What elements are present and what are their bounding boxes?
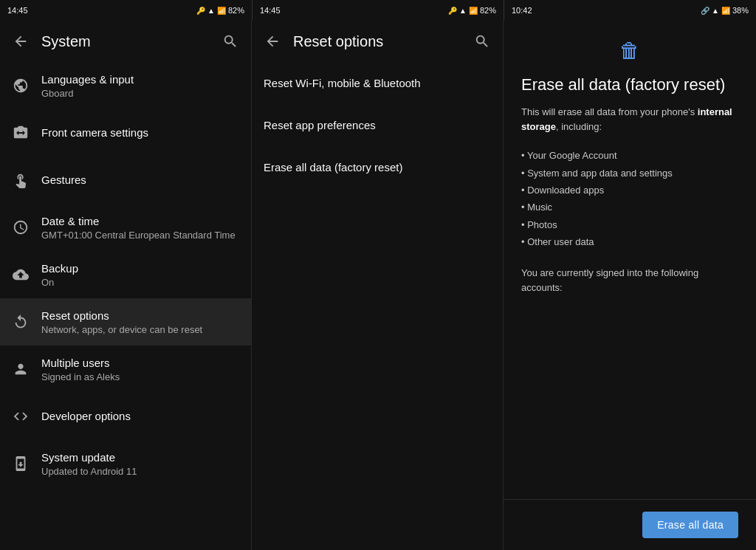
- wifi-icon-1: ▲: [207, 7, 215, 15]
- status-bar-2: 14:45 🔑 ▲ 📶 82%: [252, 0, 504, 21]
- time-3: 10:42: [512, 6, 532, 15]
- time-2: 14:45: [260, 6, 281, 15]
- main-panels: System Languages & input Gboard: [0, 21, 756, 550]
- status-icons-2: 🔑 ▲ 📶 82%: [448, 6, 496, 15]
- erase-list-item: • System and app data and settings: [521, 165, 738, 182]
- status-icons-1: 🔑 ▲ 📶 82%: [196, 6, 244, 15]
- left-panel-title: System: [41, 33, 210, 50]
- battery-3: 38%: [732, 6, 749, 15]
- reset-wifi-item[interactable]: Reset Wi-Fi, mobile & Bluetooth: [252, 62, 503, 104]
- left-panel: System Languages & input Gboard: [0, 21, 252, 550]
- languages-sublabel: Gboard: [41, 88, 239, 99]
- erase-list-item: • Music: [521, 199, 738, 216]
- erase-content: 🗑 Erase all data (factory reset) This wi…: [504, 21, 756, 499]
- erase-list-item: • Photos: [521, 216, 738, 233]
- erase-list-item: • Other user data: [521, 233, 738, 250]
- languages-label: Languages & input: [41, 72, 239, 87]
- settings-item-camera[interactable]: Front camera settings: [0, 109, 251, 157]
- code-icon: [12, 408, 30, 425]
- languages-text: Languages & input Gboard: [41, 72, 239, 100]
- right-panel: 🗑 Erase all data (factory reset) This wi…: [504, 21, 756, 550]
- battery-2: 82%: [480, 6, 496, 15]
- backup-icon: [12, 266, 30, 283]
- erase-list: • Your Google Account• System and app da…: [521, 147, 738, 250]
- description-suffix: , including:: [556, 121, 602, 132]
- settings-item-backup[interactable]: Backup On: [0, 251, 251, 298]
- key-icon-2: 🔑: [448, 7, 457, 15]
- erase-all-button[interactable]: Erase all data: [642, 512, 738, 538]
- search-button-left[interactable]: [216, 27, 245, 56]
- reset-app-item[interactable]: Reset app preferences: [252, 104, 503, 146]
- back-button-left[interactable]: [6, 27, 35, 56]
- backup-label: Backup: [41, 261, 239, 276]
- settings-item-reset[interactable]: Reset options Network, apps, or device c…: [0, 298, 251, 346]
- search-button-mid[interactable]: [467, 27, 497, 56]
- erase-list-item: • Downloaded apps: [521, 182, 738, 199]
- update-label: System update: [41, 450, 239, 465]
- mid-panel-title: Reset options: [293, 33, 461, 50]
- settings-item-update[interactable]: System update Updated to Android 11: [0, 440, 251, 487]
- settings-item-developer[interactable]: Developer options: [0, 393, 251, 440]
- battery-1: 82%: [228, 6, 244, 15]
- settings-list: Languages & input Gboard Front camera se…: [0, 62, 251, 550]
- user-icon: [12, 360, 30, 378]
- hand-icon: [12, 171, 30, 189]
- erase-title: Erase all data (factory reset): [521, 75, 738, 96]
- erase-list-item: • Your Google Account: [521, 147, 738, 164]
- status-icons-3: 🔗 ▲ 📶 38%: [701, 6, 749, 15]
- users-label: Multiple users: [41, 356, 239, 371]
- reset-app-label: Reset app preferences: [264, 119, 491, 131]
- gestures-text: Gestures: [41, 173, 239, 188]
- developer-label: Developer options: [41, 409, 239, 424]
- link-icon-3: 🔗: [701, 7, 709, 15]
- signed-in-text: You are currently signed into the follow…: [521, 266, 738, 297]
- description-prefix: This will erase all data from your phone…: [521, 106, 698, 117]
- camera-front-icon: [12, 124, 30, 142]
- reset-wifi-label: Reset Wi-Fi, mobile & Bluetooth: [264, 77, 491, 89]
- status-bar-1: 14:45 🔑 ▲ 📶 82%: [0, 0, 252, 21]
- camera-text: Front camera settings: [41, 126, 239, 140]
- datetime-sublabel: GMT+01:00 Central European Standard Time: [41, 230, 239, 241]
- settings-item-datetime[interactable]: Date & time GMT+01:00 Central European S…: [0, 204, 251, 251]
- status-bars: 14:45 🔑 ▲ 📶 82% 14:45 🔑 ▲ 📶 82% 10:42 🔗 …: [0, 0, 756, 21]
- clock-icon: [12, 219, 30, 236]
- factory-reset-item[interactable]: Erase all data (factory reset): [252, 146, 503, 188]
- back-button-mid[interactable]: [258, 27, 287, 56]
- signal-icon-2: 📶: [469, 7, 478, 15]
- settings-item-gestures[interactable]: Gestures: [0, 157, 251, 204]
- update-text: System update Updated to Android 11: [41, 450, 239, 478]
- backup-sublabel: On: [41, 277, 239, 288]
- mid-panel-header: Reset options: [252, 21, 503, 62]
- wifi-icon-3: ▲: [712, 7, 719, 15]
- signal-icon-1: 📶: [217, 7, 226, 15]
- system-update-icon: [12, 455, 30, 472]
- gestures-label: Gestures: [41, 173, 239, 188]
- settings-item-languages[interactable]: Languages & input Gboard: [0, 62, 251, 109]
- reset-text: Reset options Network, apps, or device c…: [41, 309, 239, 336]
- factory-reset-label: Erase all data (factory reset): [264, 161, 491, 173]
- mid-panel: Reset options Reset Wi-Fi, mobile & Blue…: [252, 21, 504, 550]
- time-1: 14:45: [7, 6, 28, 15]
- camera-label: Front camera settings: [41, 126, 239, 140]
- signal-icon-3: 📶: [721, 7, 730, 15]
- key-icon-1: 🔑: [196, 7, 205, 15]
- reset-label: Reset options: [41, 309, 239, 323]
- users-text: Multiple users Signed in as Aleks: [41, 356, 239, 383]
- settings-item-users[interactable]: Multiple users Signed in as Aleks: [0, 346, 251, 393]
- update-sublabel: Updated to Android 11: [41, 466, 239, 477]
- wifi-icon-2: ▲: [459, 7, 467, 15]
- trash-icon: 🗑: [619, 38, 640, 63]
- erase-icon-area: 🗑: [521, 38, 738, 63]
- datetime-label: Date & time: [41, 214, 239, 229]
- globe-icon: [12, 77, 30, 94]
- backup-text: Backup On: [41, 261, 239, 289]
- developer-text: Developer options: [41, 409, 239, 424]
- erase-panel-bottom: Erase all data: [504, 499, 756, 550]
- users-sublabel: Signed in as Aleks: [41, 371, 239, 382]
- reset-icon: [12, 313, 30, 331]
- left-panel-header: System: [0, 21, 251, 62]
- status-bar-3: 10:42 🔗 ▲ 📶 38%: [504, 0, 756, 21]
- reset-sublabel: Network, apps, or device can be reset: [41, 324, 239, 335]
- datetime-text: Date & time GMT+01:00 Central European S…: [41, 214, 239, 241]
- erase-description: This will erase all data from your phone…: [521, 105, 738, 136]
